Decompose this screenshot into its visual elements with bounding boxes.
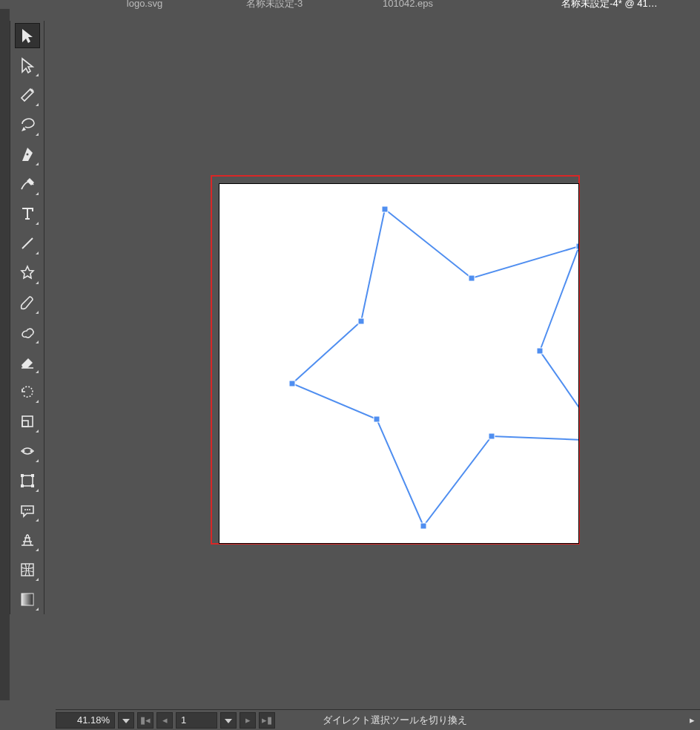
- tools-panel: [10, 21, 44, 614]
- magic-wand-icon: [19, 87, 36, 103]
- rotate-tool[interactable]: [16, 380, 39, 404]
- artboard-number[interactable]: 1: [176, 712, 217, 729]
- anchor-point[interactable]: [289, 381, 295, 387]
- svg-point-0: [26, 154, 28, 156]
- document-tabs: logo.svg 名称未設定-3 101042.eps 名称未設定-4* @ 4…: [0, 0, 700, 9]
- width-icon: [19, 443, 36, 459]
- artboard-dropdown[interactable]: [220, 712, 237, 729]
- chevron-down-icon: [122, 714, 130, 726]
- paintbrush-tool[interactable]: [16, 291, 39, 315]
- curvature-tool[interactable]: [16, 172, 39, 196]
- svg-rect-10: [21, 484, 24, 487]
- star-icon: [19, 265, 36, 281]
- submenu-indicator-icon: [36, 400, 39, 403]
- magic-wand-tool[interactable]: [16, 83, 39, 107]
- anchor-point[interactable]: [374, 416, 380, 422]
- submenu-indicator-icon: [36, 162, 39, 165]
- anchor-point[interactable]: [537, 348, 543, 354]
- blob-brush-icon: [19, 324, 36, 341]
- lasso-tool[interactable]: [16, 113, 39, 137]
- anchor-point[interactable]: [358, 318, 364, 324]
- selection-tool[interactable]: [16, 24, 39, 47]
- eraser-icon: [19, 354, 36, 370]
- last-artboard-button[interactable]: ▸▮: [259, 712, 275, 729]
- submenu-indicator-icon: [36, 251, 39, 254]
- svg-point-13: [27, 509, 28, 510]
- width-tool[interactable]: [16, 439, 39, 463]
- svg-rect-16: [22, 593, 33, 605]
- free-transform-icon: [19, 473, 36, 489]
- lasso-arrow-icon: [19, 116, 36, 133]
- anchor-point[interactable]: [489, 433, 495, 439]
- panel-edge: [0, 9, 10, 700]
- submenu-indicator-icon: [36, 430, 39, 433]
- svg-point-6: [30, 450, 32, 453]
- line-icon: [19, 235, 36, 251]
- gradient-icon: [19, 591, 36, 608]
- submenu-indicator-icon: [36, 608, 39, 611]
- submenu-indicator-icon: [36, 548, 39, 551]
- type-icon: [19, 205, 36, 222]
- submenu-indicator-icon: [36, 73, 39, 76]
- free-transform-tool[interactable]: [16, 469, 39, 493]
- submenu-indicator-icon: [36, 311, 39, 314]
- anchor-point[interactable]: [382, 206, 388, 212]
- svg-rect-8: [21, 474, 24, 477]
- svg-line-1: [22, 238, 33, 249]
- submenu-indicator-icon: [36, 519, 39, 522]
- star-tool[interactable]: [16, 261, 39, 285]
- svg-rect-3: [22, 416, 33, 427]
- cursor-outline-icon: [19, 57, 36, 73]
- svg-rect-4: [22, 421, 28, 427]
- svg-rect-9: [31, 474, 34, 477]
- anchor-point[interactable]: [576, 243, 578, 249]
- submenu-indicator-icon: [36, 103, 39, 106]
- first-artboard-button[interactable]: ▮◂: [137, 712, 153, 729]
- svg-point-14: [29, 509, 30, 510]
- pen-icon: [19, 146, 36, 162]
- paintbrush-icon: [19, 295, 36, 311]
- direct-selection-tool[interactable]: [16, 53, 39, 77]
- next-artboard-button[interactable]: ▸: [240, 712, 256, 729]
- zoom-level[interactable]: 41.18%: [56, 712, 115, 729]
- cursor-filled-icon: [19, 27, 36, 44]
- curve-pen-icon: [19, 176, 36, 192]
- blob-brush-tool[interactable]: [16, 320, 39, 344]
- submenu-indicator-icon: [36, 133, 39, 136]
- status-bar: 41.18% ▮◂ ◂ 1 ▸ ▸▮ ダイレクト選択ツールを切り換え ▸: [56, 709, 700, 730]
- line-segment-tool[interactable]: [16, 231, 39, 255]
- svg-point-12: [24, 509, 26, 510]
- artboard[interactable]: [219, 184, 578, 543]
- anchor-point[interactable]: [469, 275, 475, 281]
- svg-rect-15: [22, 564, 33, 576]
- gradient-tool[interactable]: [16, 588, 39, 611]
- eraser-tool[interactable]: [16, 350, 39, 374]
- mesh-tool[interactable]: [16, 558, 39, 582]
- svg-rect-7: [22, 476, 33, 486]
- speech-dots-icon: [19, 502, 36, 519]
- submenu-indicator-icon: [36, 281, 39, 284]
- submenu-indicator-icon: [36, 341, 39, 343]
- chevron-down-icon: [225, 714, 232, 726]
- svg-point-5: [22, 450, 24, 453]
- prev-artboard-button[interactable]: ◂: [156, 712, 173, 729]
- scale-icon: [19, 413, 36, 430]
- zoom-dropdown[interactable]: [118, 712, 134, 729]
- perspective-grid-tool[interactable]: [16, 528, 39, 552]
- pen-tool[interactable]: [16, 142, 39, 166]
- canvas[interactable]: [56, 9, 700, 700]
- submenu-indicator-icon: [36, 459, 39, 462]
- expand-status-button[interactable]: ▸: [684, 714, 700, 726]
- submenu-indicator-icon: [36, 489, 39, 492]
- submenu-indicator-icon: [36, 578, 39, 581]
- puppet-warp-tool[interactable]: [16, 499, 39, 522]
- status-tooltip: ダイレクト選択ツールを切り換え: [278, 714, 684, 727]
- vector-path-star[interactable]: [219, 184, 578, 543]
- svg-rect-11: [31, 484, 34, 487]
- anchor-point[interactable]: [420, 523, 426, 529]
- perspective-icon: [19, 532, 36, 548]
- mesh-icon: [19, 562, 36, 578]
- scale-tool[interactable]: [16, 410, 39, 433]
- submenu-indicator-icon: [36, 192, 39, 195]
- type-tool[interactable]: [16, 202, 39, 226]
